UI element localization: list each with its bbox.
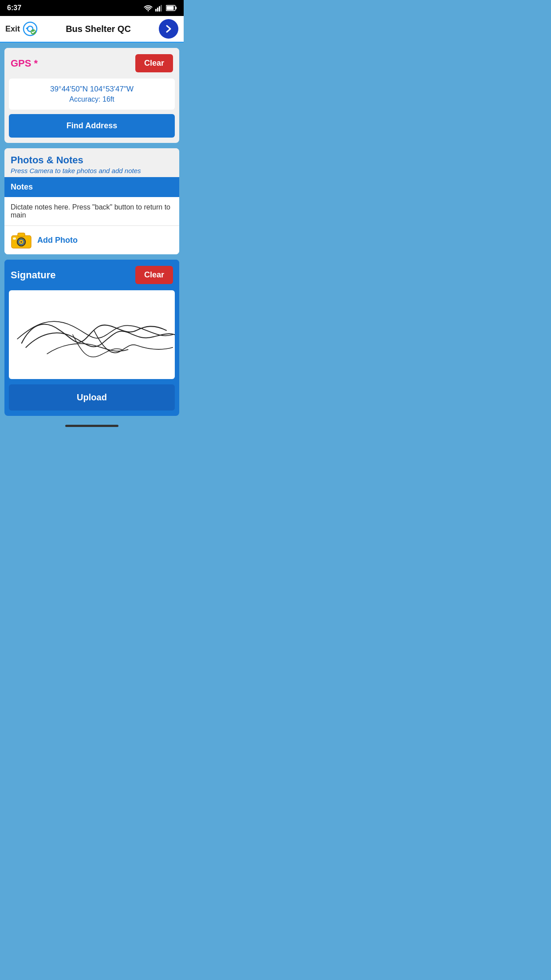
home-indicator-bar [65,425,118,427]
upload-button[interactable]: Upload [9,384,175,411]
gps-accuracy: Accuracy: 16ft [15,95,169,103]
camera-icon [11,231,32,249]
svg-rect-2 [159,6,160,12]
notes-bar: Notes [4,177,179,197]
svg-rect-0 [155,9,157,12]
photos-notes-subtitle: Press Camera to take photos and add note… [11,167,173,174]
gps-label: GPS * [11,58,38,69]
exit-label: Exit [5,24,20,34]
next-button[interactable] [159,19,178,39]
status-icons [144,4,177,12]
signature-clear-button[interactable]: Clear [135,266,173,284]
signature-canvas[interactable] [9,290,175,379]
signature-drawing [9,290,175,379]
svg-rect-3 [161,5,162,12]
photos-notes-card: Photos & Notes Press Camera to take phot… [4,148,179,254]
wifi-icon [144,4,153,12]
svg-rect-6 [176,7,177,9]
notes-bar-label: Notes [11,182,33,191]
add-photo-button[interactable]: Add Photo [37,236,78,245]
gps-coords-box: 39°44'50"N 104°53'47"W Accuracy: 16ft [9,79,175,110]
gps-clear-button[interactable]: Clear [135,54,173,72]
svg-rect-14 [13,237,16,240]
exit-button[interactable]: Exit [5,21,38,36]
home-indicator [0,421,184,429]
gps-coordinates: 39°44'50"N 104°53'47"W [15,85,169,94]
gps-card: GPS * Clear 39°44'50"N 104°53'47"W Accur… [4,48,179,143]
svg-rect-13 [18,233,25,237]
add-photo-row: Add Photo [4,225,179,254]
arrow-right-icon [163,24,174,34]
signature-label: Signature [11,269,55,281]
svg-rect-5 [167,6,174,10]
status-time: 6:37 [7,4,21,12]
gps-header: GPS * Clear [4,48,179,79]
header: Exit Bus Shelter QC [0,16,184,43]
signature-card: Signature Clear Upload [4,260,179,416]
photos-notes-header: Photos & Notes Press Camera to take phot… [4,148,179,177]
battery-icon [166,5,177,11]
page-title: Bus Shelter QC [66,24,131,34]
main-content: GPS * Clear 39°44'50"N 104°53'47"W Accur… [0,43,184,421]
notes-body: Dictate notes here. Press "back" button … [4,197,179,225]
photos-notes-title: Photos & Notes [11,154,173,166]
status-bar: 6:37 [0,0,184,16]
svg-rect-1 [157,8,158,12]
find-address-button[interactable]: Find Address [9,114,175,138]
svg-point-15 [20,241,22,243]
signal-icon [155,4,163,12]
svg-marker-8 [26,27,28,30]
sync-icon [23,21,38,36]
notes-placeholder-text: Dictate notes here. Press "back" button … [11,203,170,219]
signature-header: Signature Clear [4,260,179,290]
